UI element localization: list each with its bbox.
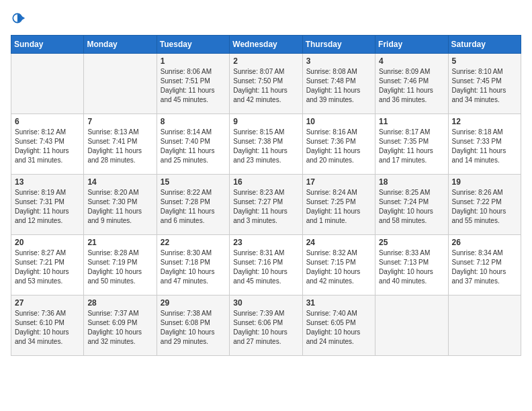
calendar-cell: 18Sunrise: 8:25 AM Sunset: 7:24 PM Dayli… [375,175,448,235]
calendar-cell: 30Sunrise: 7:39 AM Sunset: 6:06 PM Dayli… [230,295,302,356]
calendar-cell: 23Sunrise: 8:31 AM Sunset: 7:16 PM Dayli… [230,235,302,295]
day-info: Sunrise: 8:14 AM Sunset: 7:40 PM Dayligh… [161,128,226,165]
calendar-cell: 6Sunrise: 8:12 AM Sunset: 7:43 PM Daylig… [11,114,84,175]
day-info: Sunrise: 8:30 AM Sunset: 7:18 PM Dayligh… [161,248,226,286]
calendar-week-1: 1Sunrise: 8:06 AM Sunset: 7:51 PM Daylig… [11,54,521,114]
day-header-friday: Friday [375,36,448,54]
day-header-sunday: Sunday [11,36,84,54]
day-number: 1 [161,56,226,66]
day-header-wednesday: Wednesday [230,36,302,54]
day-info: Sunrise: 8:26 AM Sunset: 7:22 PM Dayligh… [452,188,517,226]
day-info: Sunrise: 8:06 AM Sunset: 7:51 PM Dayligh… [161,67,226,105]
calendar-cell: 19Sunrise: 8:26 AM Sunset: 7:22 PM Dayli… [448,175,521,235]
logo-image [11,11,26,28]
calendar-table: SundayMondayTuesdayWednesdayThursdayFrid… [11,35,521,356]
day-number: 10 [306,117,371,126]
day-info: Sunrise: 8:28 AM Sunset: 7:19 PM Dayligh… [87,248,152,286]
day-header-thursday: Thursday [302,36,375,54]
day-number: 5 [452,56,517,66]
calendar-cell: 4Sunrise: 8:09 AM Sunset: 7:46 PM Daylig… [375,54,448,114]
day-info: Sunrise: 8:31 AM Sunset: 7:16 PM Dayligh… [233,248,298,286]
calendar-cell: 5Sunrise: 8:10 AM Sunset: 7:45 PM Daylig… [448,54,521,114]
calendar-cell: 3Sunrise: 8:08 AM Sunset: 7:48 PM Daylig… [302,54,375,114]
calendar-cell: 2Sunrise: 8:07 AM Sunset: 7:50 PM Daylig… [230,54,302,114]
day-number: 15 [161,177,226,187]
day-number: 19 [452,177,517,187]
day-number: 30 [233,298,298,308]
calendar-cell: 24Sunrise: 8:32 AM Sunset: 7:15 PM Dayli… [302,235,375,295]
day-number: 2 [233,56,298,66]
calendar-cell: 11Sunrise: 8:17 AM Sunset: 7:35 PM Dayli… [375,114,448,175]
day-info: Sunrise: 8:22 AM Sunset: 7:28 PM Dayligh… [161,188,226,226]
calendar-cell: 29Sunrise: 7:38 AM Sunset: 6:08 PM Dayli… [157,295,229,356]
calendar-week-5: 27Sunrise: 7:36 AM Sunset: 6:10 PM Dayli… [11,295,521,356]
day-number: 25 [379,238,444,247]
day-info: Sunrise: 8:20 AM Sunset: 7:30 PM Dayligh… [87,188,152,226]
day-number: 6 [15,117,80,126]
day-info: Sunrise: 8:08 AM Sunset: 7:48 PM Dayligh… [306,67,371,105]
calendar-cell [448,295,521,356]
day-number: 12 [452,117,517,126]
day-header-monday: Monday [84,36,157,54]
day-number: 11 [379,117,444,126]
day-number: 16 [233,177,298,187]
day-info: Sunrise: 8:25 AM Sunset: 7:24 PM Dayligh… [379,188,444,226]
day-number: 21 [87,238,152,247]
day-number: 4 [379,56,444,66]
day-info: Sunrise: 7:40 AM Sunset: 6:05 PM Dayligh… [306,309,371,347]
day-number: 22 [161,238,226,247]
calendar-cell: 9Sunrise: 8:15 AM Sunset: 7:38 PM Daylig… [230,114,302,175]
calendar-cell [375,295,448,356]
calendar-cell: 12Sunrise: 8:18 AM Sunset: 7:33 PM Dayli… [448,114,521,175]
day-number: 13 [15,177,80,187]
calendar-week-3: 13Sunrise: 8:19 AM Sunset: 7:31 PM Dayli… [11,175,521,235]
day-number: 17 [306,177,371,187]
day-info: Sunrise: 8:12 AM Sunset: 7:43 PM Dayligh… [15,128,80,165]
day-number: 8 [161,117,226,126]
day-info: Sunrise: 8:17 AM Sunset: 7:35 PM Dayligh… [379,128,444,165]
day-info: Sunrise: 8:23 AM Sunset: 7:27 PM Dayligh… [233,188,298,226]
day-header-tuesday: Tuesday [157,36,229,54]
calendar-cell: 22Sunrise: 8:30 AM Sunset: 7:18 PM Dayli… [157,235,229,295]
calendar-cell [84,54,157,114]
day-number: 20 [15,238,80,247]
day-number: 18 [379,177,444,187]
day-info: Sunrise: 7:39 AM Sunset: 6:06 PM Dayligh… [233,309,298,347]
day-number: 26 [452,238,517,247]
calendar-cell: 16Sunrise: 8:23 AM Sunset: 7:27 PM Dayli… [230,175,302,235]
calendar-cell: 1Sunrise: 8:06 AM Sunset: 7:51 PM Daylig… [157,54,229,114]
day-info: Sunrise: 7:37 AM Sunset: 6:09 PM Dayligh… [87,309,152,347]
calendar-cell: 15Sunrise: 8:22 AM Sunset: 7:28 PM Dayli… [157,175,229,235]
calendar-cell: 26Sunrise: 8:34 AM Sunset: 7:12 PM Dayli… [448,235,521,295]
calendar-cell: 31Sunrise: 7:40 AM Sunset: 6:05 PM Dayli… [302,295,375,356]
calendar-cell: 8Sunrise: 8:14 AM Sunset: 7:40 PM Daylig… [157,114,229,175]
calendar-cell: 13Sunrise: 8:19 AM Sunset: 7:31 PM Dayli… [11,175,84,235]
day-info: Sunrise: 8:15 AM Sunset: 7:38 PM Dayligh… [233,128,298,165]
calendar-cell: 7Sunrise: 8:13 AM Sunset: 7:41 PM Daylig… [84,114,157,175]
day-number: 28 [87,298,152,308]
calendar-week-2: 6Sunrise: 8:12 AM Sunset: 7:43 PM Daylig… [11,114,521,175]
day-info: Sunrise: 8:16 AM Sunset: 7:36 PM Dayligh… [306,128,371,165]
calendar-cell: 10Sunrise: 8:16 AM Sunset: 7:36 PM Dayli… [302,114,375,175]
day-number: 31 [306,298,371,308]
day-info: Sunrise: 7:38 AM Sunset: 6:08 PM Dayligh… [161,309,226,347]
page-header [11,11,521,28]
day-info: Sunrise: 8:33 AM Sunset: 7:13 PM Dayligh… [379,248,444,286]
day-info: Sunrise: 8:07 AM Sunset: 7:50 PM Dayligh… [233,67,298,105]
calendar-cell: 21Sunrise: 8:28 AM Sunset: 7:19 PM Dayli… [84,235,157,295]
day-info: Sunrise: 8:34 AM Sunset: 7:12 PM Dayligh… [452,248,517,286]
calendar-cell: 20Sunrise: 8:27 AM Sunset: 7:21 PM Dayli… [11,235,84,295]
day-info: Sunrise: 7:36 AM Sunset: 6:10 PM Dayligh… [15,309,80,347]
day-info: Sunrise: 8:32 AM Sunset: 7:15 PM Dayligh… [306,248,371,286]
day-info: Sunrise: 8:09 AM Sunset: 7:46 PM Dayligh… [379,67,444,105]
logo [11,11,28,28]
calendar-cell: 25Sunrise: 8:33 AM Sunset: 7:13 PM Dayli… [375,235,448,295]
calendar-cell: 14Sunrise: 8:20 AM Sunset: 7:30 PM Dayli… [84,175,157,235]
day-info: Sunrise: 8:13 AM Sunset: 7:41 PM Dayligh… [87,128,152,165]
day-header-saturday: Saturday [448,36,521,54]
day-number: 27 [15,298,80,308]
day-number: 29 [161,298,226,308]
day-info: Sunrise: 8:27 AM Sunset: 7:21 PM Dayligh… [15,248,80,286]
day-number: 7 [87,117,152,126]
day-number: 24 [306,238,371,247]
